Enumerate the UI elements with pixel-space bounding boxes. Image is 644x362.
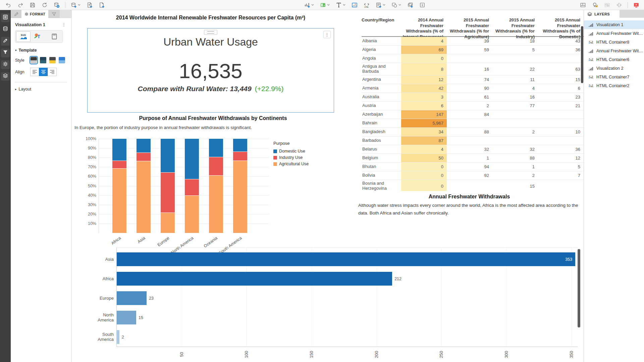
- layers-item-html-container6[interactable]: < >HTMLHTML Container6: [584, 55, 644, 64]
- style-swatch-4[interactable]: [59, 57, 65, 63]
- table-row[interactable]: Antigua and Barbuda8162263: [362, 63, 584, 75]
- bar-segment-domestic-use[interactable]: [112, 139, 126, 161]
- table-row[interactable]: Bahrain5,967: [362, 119, 584, 128]
- table-row[interactable]: Bhutan09415: [362, 163, 584, 171]
- table-row[interactable]: Bosnia and Herzegovina015: [362, 180, 584, 191]
- table-column-header[interactable]: 2015 Annual Freshwater Withdrawals (% of…: [538, 17, 584, 40]
- redo-button[interactable]: [17, 1, 24, 9]
- bar-segment-domestic-use[interactable]: [137, 139, 151, 153]
- table-row[interactable]: Argentina12741115: [362, 75, 584, 84]
- layers-item-annual-freshwater-wit[interactable]: Annual Freshwater Wit…: [584, 47, 644, 55]
- layout-section-header[interactable]: ▸ Layout: [15, 87, 67, 92]
- style-swatch-2[interactable]: [40, 57, 46, 63]
- bar-segment-agricultural-use[interactable]: [209, 176, 223, 233]
- info-panel-button[interactable]: [419, 1, 426, 9]
- align-right-button[interactable]: [48, 68, 57, 76]
- object-menu-button[interactable]: ⋮: [61, 22, 67, 27]
- table-column-header[interactable]: 2015 Annual Freshwater Withdrawals (% fo…: [447, 17, 492, 40]
- add-composite-button[interactable]: [407, 1, 414, 9]
- add-html-button[interactable]: HTML: [363, 1, 370, 9]
- bar-segment-industry-use[interactable]: [137, 153, 151, 161]
- hbar-bar-africa[interactable]: [117, 272, 392, 286]
- bar-segment-industry-use[interactable]: [112, 161, 126, 168]
- bar-segment-agricultural-use[interactable]: [185, 196, 199, 233]
- style-swatch-3[interactable]: [49, 57, 56, 63]
- numeric-point-style-button[interactable]: $123: [16, 31, 31, 42]
- format-tab[interactable]: FORMAT: [21, 10, 48, 18]
- align-center-button[interactable]: [39, 68, 48, 76]
- layers-item-html-container8[interactable]: < >HTMLHTML Container8: [584, 38, 644, 47]
- template-section-header[interactable]: ▾ Template: [15, 48, 67, 53]
- add-image-button[interactable]: [351, 1, 358, 9]
- stacked-bar-chart-widget[interactable]: Purpose of Annual Freshwater Withdrawals…: [74, 115, 352, 259]
- bar-segment-industry-use[interactable]: [185, 179, 199, 196]
- kpi-tile[interactable]: ⋮ Urban Water Usage 16,535 Compare with …: [87, 28, 334, 113]
- layers-item-html-container2[interactable]: < >HTMLHTML Container2: [584, 81, 644, 90]
- present-button[interactable]: [633, 1, 640, 9]
- bar-segment-agricultural-use[interactable]: [233, 161, 247, 233]
- add-table-button[interactable]: [319, 1, 330, 9]
- legend-item[interactable]: Industry Use: [273, 155, 309, 160]
- table-row[interactable]: Belgium5018812: [362, 154, 584, 163]
- bar-segment-domestic-use[interactable]: [161, 139, 175, 173]
- drag-handle[interactable]: [204, 30, 217, 35]
- rail-settings-button[interactable]: [1, 60, 10, 69]
- hbar-bar-asia[interactable]: [117, 252, 575, 266]
- text-style-button[interactable]: T: [32, 31, 46, 42]
- table-column-header[interactable]: 2014 Annual Freshwater Withdrawals (% of…: [401, 17, 447, 40]
- bar-segment-industry-use[interactable]: [161, 173, 175, 213]
- table-column-header[interactable]: Country/Region: [362, 17, 401, 23]
- table-row[interactable]: Bolivia09227: [362, 171, 584, 180]
- table-row[interactable]: Austria627721: [362, 102, 584, 110]
- styling-tab[interactable]: [11, 10, 21, 18]
- data-table-widget[interactable]: Country/Region2014 Annual Freshwater Wit…: [362, 16, 584, 191]
- layers-tab[interactable]: LAYERS: [584, 10, 620, 18]
- horizontal-bar-chart-widget[interactable]: AsiaAfricaEuropeNorth AmericaSouth Ameri…: [86, 247, 579, 362]
- table-row[interactable]: Belarus4323236: [362, 145, 584, 154]
- table-row[interactable]: Barbados87: [362, 136, 584, 145]
- rail-outline-button[interactable]: [1, 13, 10, 22]
- story-canvas[interactable]: 2014 Worldwide Internal Renewable Freshw…: [72, 10, 584, 362]
- layers-item-visualization-2[interactable]: Visualization 2: [584, 64, 644, 73]
- add-data-button[interactable]: [70, 1, 81, 9]
- rail-data-button[interactable]: [1, 25, 10, 34]
- add-chart-button[interactable]: [304, 1, 315, 9]
- hbar-bar-north-america[interactable]: [117, 311, 136, 324]
- bar-segment-agricultural-use[interactable]: [112, 169, 126, 233]
- bar-segment-domestic-use[interactable]: [233, 139, 247, 152]
- hbar-bar-europe[interactable]: [117, 291, 147, 305]
- canvas-scrollbar-thumb[interactable]: [578, 249, 580, 327]
- tile-style-button[interactable]: [47, 31, 61, 42]
- table-row[interactable]: Algeria6959536: [362, 46, 584, 54]
- add-form-button[interactable]: [375, 1, 386, 9]
- table-row[interactable]: Angola0: [362, 54, 584, 63]
- legend-item[interactable]: Domestic Use: [273, 149, 309, 154]
- style-swatch-1[interactable]: [31, 57, 37, 63]
- hbar-bar-south-america[interactable]: [117, 330, 119, 344]
- rail-edit-button[interactable]: [1, 37, 10, 46]
- add-page-button[interactable]: [98, 1, 105, 9]
- table-column-header[interactable]: 2015 Annual Freshwater Withdrawals (% fo…: [492, 17, 538, 40]
- rail-filter-button[interactable]: [1, 49, 10, 57]
- bar-segment-industry-use[interactable]: [233, 152, 247, 161]
- bar-segment-industry-use[interactable]: [209, 157, 223, 176]
- bar-segment-domestic-use[interactable]: [209, 139, 223, 157]
- layers-item-html-container7[interactable]: < >HTMLHTML Container7: [584, 73, 644, 81]
- table-row[interactable]: Bangladesh3488210: [362, 128, 584, 136]
- data-source-button[interactable]: [53, 1, 60, 9]
- table-row[interactable]: Armenia429046: [362, 84, 584, 93]
- rail-layers-button[interactable]: [1, 72, 10, 81]
- legend-item[interactable]: Agricultural Use: [273, 162, 309, 166]
- table-row[interactable]: Australia3611623: [362, 93, 584, 102]
- table-scrollbar-thumb[interactable]: [581, 26, 583, 83]
- filter-tab[interactable]: [48, 10, 60, 18]
- add-text-button[interactable]: [335, 1, 346, 9]
- add-shape-button[interactable]: [391, 1, 402, 9]
- refresh-button[interactable]: [41, 1, 48, 9]
- align-left-button[interactable]: [30, 68, 39, 76]
- insights-button[interactable]: [591, 1, 599, 9]
- bar-segment-domestic-use[interactable]: [185, 139, 199, 179]
- layers-item-annual-freshwater-wit[interactable]: Annual Freshwater Wit…: [584, 29, 644, 38]
- layout-button[interactable]: [579, 1, 587, 9]
- undo-button[interactable]: [5, 1, 12, 9]
